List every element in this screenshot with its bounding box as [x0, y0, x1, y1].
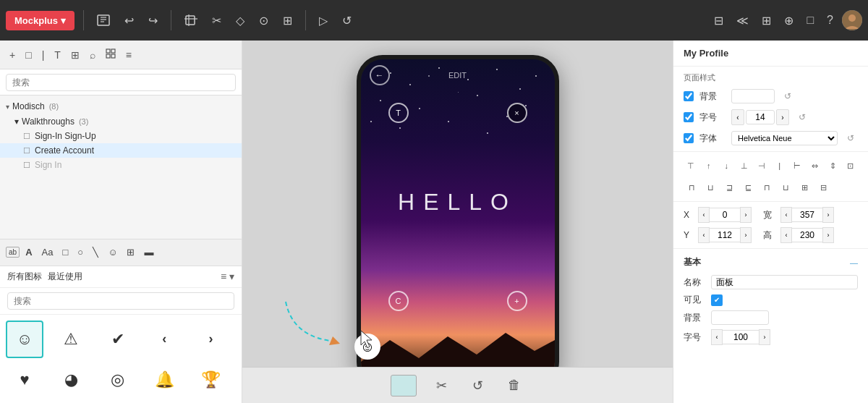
fontsize-basic-val[interactable]: [723, 330, 759, 344]
comp-text-btn[interactable]: A: [22, 244, 35, 260]
align-up-btn[interactable]: ↑: [702, 158, 717, 174]
align-left-btn[interactable]: ⊣: [754, 158, 770, 174]
phone-back-btn[interactable]: ←: [370, 65, 390, 85]
fontsize-increment[interactable]: ›: [776, 109, 789, 125]
bg-checkbox[interactable]: [684, 91, 694, 101]
dist-v-btn[interactable]: ⇕: [825, 158, 841, 174]
toolbar-help-btn[interactable]: ?: [822, 11, 838, 30]
height-btn[interactable]: |: [38, 47, 48, 63]
handle-X[interactable]: ×: [507, 103, 527, 123]
icon-search-input[interactable]: [7, 292, 234, 310]
user-avatar[interactable]: [842, 10, 862, 30]
fontsize-decrement[interactable]: ‹: [731, 109, 744, 125]
y-value[interactable]: [710, 228, 740, 242]
y-increment[interactable]: ›: [740, 227, 752, 243]
toolbar-grid-btn[interactable]: ⊞: [278, 11, 297, 30]
align-tl-btn[interactable]: ⊓: [684, 179, 699, 195]
tree-group-modisch-header[interactable]: ▾ Modisch (8): [0, 98, 242, 114]
icon-section-menu-btn[interactable]: ≡ ▾: [221, 271, 234, 282]
bg-basic-swatch[interactable]: [711, 310, 769, 325]
text-tool-btn[interactable]: T: [51, 47, 64, 63]
fontfamily-select[interactable]: Helvetica Neue: [731, 131, 838, 145]
toolbar-circle-btn[interactable]: ⊙: [255, 11, 273, 30]
dist-h-btn[interactable]: ⇔: [808, 158, 823, 174]
bottom-undo-btn[interactable]: ↺: [467, 375, 489, 396]
layers-btn[interactable]: ≡: [122, 47, 135, 63]
y-decrement[interactable]: ‹: [698, 227, 710, 243]
table-tool-btn[interactable]: ⊞: [67, 47, 83, 63]
icon-warning[interactable]: ⚠: [52, 321, 90, 358]
toolbar-upload-btn[interactable]: ⊕: [780, 11, 798, 30]
icon-eye[interactable]: ◎: [99, 361, 137, 399]
icon-bell[interactable]: 🔔: [145, 361, 183, 399]
toolbar-share-btn[interactable]: ≪: [732, 11, 753, 30]
comp-icon-btn[interactable]: ☺: [104, 244, 121, 260]
toolbar-export-btn[interactable]: ⊟: [710, 11, 728, 30]
search-tool-btn[interactable]: ⌕: [86, 47, 99, 63]
align-hcenter-btn[interactable]: |: [773, 158, 788, 174]
bg-color-swatch[interactable]: [731, 89, 775, 103]
x-decrement[interactable]: ‹: [698, 207, 710, 223]
height-decrement[interactable]: ‹: [780, 227, 792, 243]
group-btn[interactable]: □: [22, 47, 35, 63]
bg-reset-btn[interactable]: ↺: [780, 89, 795, 103]
canvas-smiley-icon[interactable]: ☺: [354, 334, 380, 360]
layer-search-input[interactable]: [6, 74, 236, 91]
height-value[interactable]: [792, 228, 822, 242]
tree-item-sign-in[interactable]: ☐ Sign In: [0, 158, 242, 172]
comp-line-btn[interactable]: ╲: [89, 244, 102, 260]
toolbar-undo-btn[interactable]: ↩: [120, 11, 138, 30]
name-prop-input[interactable]: [711, 275, 858, 289]
fontsize-basic-dec[interactable]: ‹: [711, 329, 723, 345]
align-down-btn[interactable]: ↓: [719, 158, 734, 174]
x-value[interactable]: [710, 208, 740, 222]
toolbar-scissors-btn[interactable]: ✂: [208, 11, 226, 30]
add-layer-btn[interactable]: +: [6, 47, 19, 63]
width-value[interactable]: [792, 208, 822, 222]
toolbar-crop-btn[interactable]: [180, 12, 202, 29]
align-bl-btn[interactable]: ⊑: [740, 179, 756, 195]
toolbar-redo-btn[interactable]: ↪: [144, 11, 162, 30]
bottom-cut-btn[interactable]: ✂: [431, 375, 453, 396]
icon-trophy[interactable]: 🏆: [192, 361, 230, 399]
icon-heart[interactable]: ♥: [6, 361, 43, 399]
fontsize-reset-btn[interactable]: ↺: [795, 110, 809, 124]
fontsize-value[interactable]: [746, 110, 775, 124]
align-right-btn[interactable]: ⊢: [790, 158, 805, 174]
align-bc-btn[interactable]: ⊓: [759, 179, 775, 195]
comp-rect-btn[interactable]: □: [59, 244, 72, 260]
align-bottom-btn[interactable]: ⊥: [737, 158, 752, 174]
comp-navbar-btn[interactable]: ▬: [140, 244, 157, 260]
toolbar-window-btn[interactable]: □: [802, 11, 818, 30]
comp-textbox-btn[interactable]: ab: [6, 247, 20, 258]
fontfamily-reset-btn[interactable]: ↺: [843, 131, 858, 145]
comp-circle-btn[interactable]: ○: [74, 244, 87, 260]
align-br-btn[interactable]: ⊔: [778, 179, 793, 195]
comp-richtext-btn[interactable]: Aa: [38, 244, 57, 260]
align-tr-btn[interactable]: ⊒: [721, 179, 737, 195]
stack-align-btn[interactable]: ⊟: [815, 179, 831, 195]
brand-button[interactable]: Mockplus ▾: [6, 11, 75, 30]
height-increment[interactable]: ›: [822, 227, 834, 243]
tree-item-create-account[interactable]: ☐ Create Account: [0, 143, 242, 158]
fontsize-checkbox[interactable]: [684, 112, 694, 122]
handle-T[interactable]: T: [388, 103, 409, 123]
fontfamily-checkbox[interactable]: [684, 133, 694, 143]
x-increment[interactable]: ›: [740, 207, 752, 223]
toolbar-diamond-btn[interactable]: ◇: [231, 11, 249, 30]
walkthroughs-group[interactable]: ▾ Walkthroughs (3): [0, 114, 242, 129]
grid-align-btn[interactable]: ⊞: [796, 179, 812, 195]
bottom-delete-btn[interactable]: 🗑: [503, 375, 525, 396]
comp-image-btn[interactable]: ⊞: [123, 244, 138, 260]
handle-plus[interactable]: +: [507, 291, 527, 311]
icon-chevron-left[interactable]: ‹: [145, 321, 183, 358]
toolbar-pages-btn[interactable]: [93, 12, 114, 29]
align-tc-btn[interactable]: ⊔: [702, 179, 718, 195]
component-btn[interactable]: [102, 46, 119, 63]
toolbar-connect-btn[interactable]: ⊞: [757, 11, 775, 30]
tree-item-signin-signup[interactable]: ☐ Sign-In Sign-Up: [0, 129, 242, 143]
basic-collapse-btn[interactable]: —: [850, 258, 858, 267]
icon-smiley[interactable]: ☺: [6, 321, 43, 358]
width-increment[interactable]: ›: [822, 207, 834, 223]
handle-C[interactable]: C: [388, 291, 409, 311]
